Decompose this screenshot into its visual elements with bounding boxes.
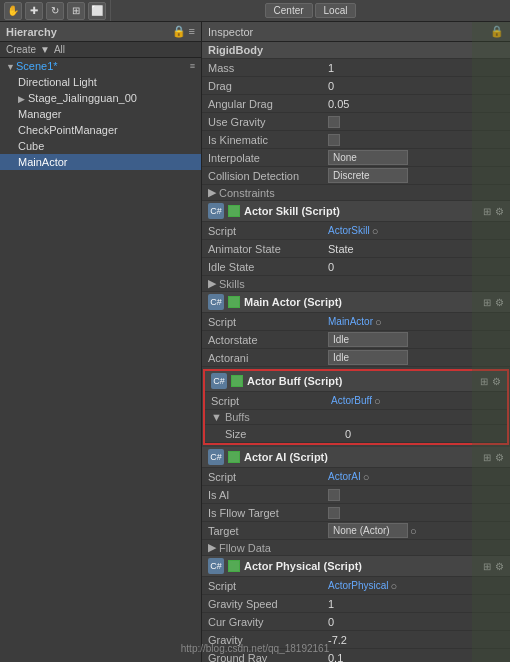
actor-ai-bookmark-icon[interactable]: ⊞ — [483, 452, 491, 463]
main-actor-header: C# Main Actor (Script) ⊞ ⚙ — [202, 292, 510, 313]
buffs-size-row: Size 0 — [205, 425, 507, 443]
stage-label: Stage_Jialingguan_00 — [28, 92, 137, 104]
actor-physical-settings-icon[interactable]: ⚙ — [495, 561, 504, 572]
hierarchy-header: Hierarchy 🔒 ≡ — [0, 22, 201, 42]
target-label: Target — [208, 525, 328, 537]
actor-skill-settings-icon[interactable]: ⚙ — [495, 206, 504, 217]
actor-buff-title: Actor Buff (Script) — [247, 375, 476, 387]
main-actor-enabled-checkbox[interactable] — [228, 296, 240, 308]
main-actor-settings-icon[interactable]: ⚙ — [495, 297, 504, 308]
main-actor-script-value[interactable]: MainActor — [328, 316, 373, 327]
is-kinematic-checkbox[interactable] — [328, 134, 340, 146]
gravity-speed-value[interactable]: 1 — [328, 598, 504, 610]
sidebar-item-checkpoint[interactable]: CheckPointManager — [0, 122, 201, 138]
actor-skill-icon: C# — [208, 203, 224, 219]
angular-drag-row: Angular Drag 0.05 — [202, 95, 510, 113]
hierarchy-menu-icon[interactable]: ≡ — [189, 25, 195, 38]
checkpoint-label: CheckPointManager — [18, 124, 118, 136]
idle-state-value[interactable]: 0 — [328, 261, 504, 273]
actor-physical-title: Actor Physical (Script) — [244, 560, 479, 572]
inspector-lock-icon[interactable]: 🔒 — [490, 25, 504, 38]
fllow-data-toggle[interactable]: ▶ Fllow Data — [202, 540, 510, 556]
actorstate-row: Actorstate Idle — [202, 331, 510, 349]
skills-label: Skills — [219, 278, 245, 290]
inspector-body: RigidBody Mass 1 Drag 0 Angular Drag 0.0… — [202, 42, 510, 662]
actorstate-label: Actorstate — [208, 334, 328, 346]
animator-state-value: State — [328, 243, 504, 255]
actor-ai-enabled-checkbox[interactable] — [228, 451, 240, 463]
animator-state-label: Animator State — [208, 243, 328, 255]
actor-skill-enabled-checkbox[interactable] — [228, 205, 240, 217]
center-toggle[interactable]: Center — [265, 3, 313, 18]
sidebar-item-mainactor[interactable]: MainActor — [0, 154, 201, 170]
actor-skill-script-value[interactable]: ActorSkill — [328, 225, 370, 236]
sidebar-item-stage[interactable]: ▶ Stage_Jialingguan_00 — [0, 90, 201, 106]
skills-toggle[interactable]: ▶ Skills — [202, 276, 510, 292]
hierarchy-lock-icon[interactable]: 🔒 — [172, 25, 186, 38]
is-ai-row: Is AI — [202, 486, 510, 504]
skills-expand-icon: ▶ — [208, 277, 216, 290]
actorstate-dropdown[interactable]: Idle — [328, 332, 408, 347]
interpolate-dropdown[interactable]: None — [328, 150, 408, 165]
hand-tool-btn[interactable]: ✋ — [4, 2, 22, 20]
scene-item[interactable]: ▼ Scene1* ≡ — [0, 58, 201, 74]
actor-buff-highlight: C# Actor Buff (Script) ⊞ ⚙ Script ActorB… — [203, 369, 509, 445]
cur-gravity-value[interactable]: 0 — [328, 616, 504, 628]
rect-tool-btn[interactable]: ⬜ — [88, 2, 106, 20]
actor-ai-title: Actor AI (Script) — [244, 451, 479, 463]
create-label[interactable]: Create — [6, 44, 36, 55]
is-fllow-target-checkbox[interactable] — [328, 507, 340, 519]
actor-physical-script-row: Script ActorPhysical ○ — [202, 577, 510, 595]
main-actor-bookmark-icon[interactable]: ⊞ — [483, 297, 491, 308]
scene-menu-icon[interactable]: ≡ — [190, 61, 195, 71]
constraints-toggle[interactable]: ▶ Constraints — [202, 185, 510, 201]
scale-tool-btn[interactable]: ⊞ — [67, 2, 85, 20]
hierarchy-title: Hierarchy — [6, 26, 57, 38]
actor-ai-settings-icon[interactable]: ⚙ — [495, 452, 504, 463]
drag-label: Drag — [208, 80, 328, 92]
sidebar-item-directional-light[interactable]: Directional Light — [0, 74, 201, 90]
local-toggle[interactable]: Local — [315, 3, 357, 18]
target-dropdown[interactable]: None (Actor) — [328, 523, 408, 538]
sidebar-item-manager[interactable]: Manager — [0, 106, 201, 122]
actor-physical-bookmark-icon[interactable]: ⊞ — [483, 561, 491, 572]
actor-buff-settings-icon[interactable]: ⚙ — [492, 376, 501, 387]
actor-skill-bookmark-icon[interactable]: ⊞ — [483, 206, 491, 217]
gravity-speed-label: Gravity Speed — [208, 598, 328, 610]
actor-buff-script-value[interactable]: ActorBuff — [331, 395, 372, 406]
collision-detection-dropdown[interactable]: Discrete — [328, 168, 408, 183]
actor-ai-script-value[interactable]: ActorAI — [328, 471, 361, 482]
cur-gravity-label: Cur Gravity — [208, 616, 328, 628]
actor-physical-enabled-checkbox[interactable] — [228, 560, 240, 572]
actor-skill-script-icon: ○ — [372, 225, 379, 237]
animator-state-row: Animator State State — [202, 240, 510, 258]
buffs-toggle[interactable]: ▼ Buffs — [205, 410, 507, 425]
drag-value[interactable]: 0 — [328, 80, 504, 92]
actor-buff-bookmark-icon[interactable]: ⊞ — [480, 376, 488, 387]
interpolate-label: Interpolate — [208, 152, 328, 164]
actor-skill-title: Actor Skill (Script) — [244, 205, 479, 217]
actor-ai-header: C# Actor AI (Script) ⊞ ⚙ — [202, 447, 510, 468]
rotate-tool-btn[interactable]: ↻ — [46, 2, 64, 20]
actor-physical-script-value[interactable]: ActorPhysical — [328, 580, 389, 591]
buffs-size-value[interactable]: 0 — [345, 428, 501, 440]
actor-buff-icon: C# — [211, 373, 227, 389]
mass-value[interactable]: 1 — [328, 62, 504, 74]
mass-row: Mass 1 — [202, 59, 510, 77]
inspector-panel: Inspector 🔒 RigidBody Mass 1 Drag 0 Angu… — [202, 22, 510, 662]
move-tool-btn[interactable]: ✚ — [25, 2, 43, 20]
angular-drag-value[interactable]: 0.05 — [328, 98, 504, 110]
interpolate-row: Interpolate None — [202, 149, 510, 167]
actor-physical-header: C# Actor Physical (Script) ⊞ ⚙ — [202, 556, 510, 577]
actorani-dropdown[interactable]: Idle — [328, 350, 408, 365]
is-ai-checkbox[interactable] — [328, 489, 340, 501]
scene-name: Scene1* — [16, 60, 58, 72]
actor-buff-script-row: Script ActorBuff ○ — [205, 392, 507, 410]
actor-ai-icon: C# — [208, 449, 224, 465]
mainactor-label: MainActor — [18, 156, 68, 168]
use-gravity-checkbox[interactable] — [328, 116, 340, 128]
collision-detection-label: Collision Detection — [208, 170, 328, 182]
sidebar-item-cube[interactable]: Cube — [0, 138, 201, 154]
actor-buff-enabled-checkbox[interactable] — [231, 375, 243, 387]
actor-skill-header: C# Actor Skill (Script) ⊞ ⚙ — [202, 201, 510, 222]
